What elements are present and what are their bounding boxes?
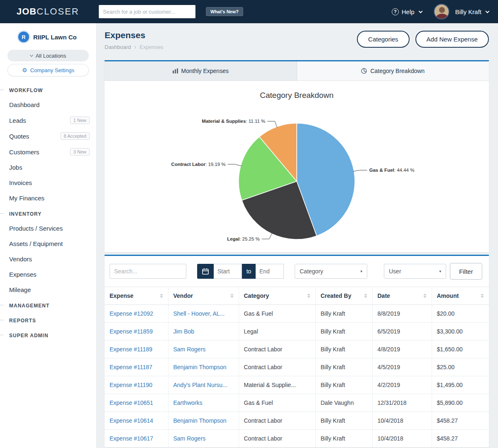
column-header-vendor[interactable]: Vendor	[168, 287, 239, 305]
sidebar-item-label: Jobs	[9, 164, 22, 171]
user-select[interactable]: User ▾	[384, 264, 446, 279]
sidebar-item-vendors[interactable]: Vendors	[0, 251, 96, 267]
vendor-link[interactable]: Benjamin Thompson	[173, 417, 227, 424]
sidebar-item-my-finances[interactable]: My Finances	[0, 190, 96, 206]
main-content: Expenses Dashboard › Expenses Categories…	[97, 23, 498, 448]
column-label: Category	[244, 292, 269, 299]
filter-button[interactable]: Filter	[450, 263, 482, 280]
chevron-down-icon	[486, 9, 490, 13]
vendor-link[interactable]: Sam Rogers	[173, 346, 206, 353]
cell-created_by: Billy Kraft	[315, 341, 372, 358]
sidebar-item-assets-equipment[interactable]: Assets / Equipment	[0, 236, 96, 251]
sidebar-item-badge: 8 Accepted	[61, 132, 90, 140]
expense-link[interactable]: Expense #10617	[110, 435, 153, 442]
cell-created_by: Billy Kraft	[315, 305, 372, 323]
app-logo[interactable]: JOBCLOSER	[17, 6, 79, 17]
column-header-expense[interactable]: Expense	[105, 287, 168, 305]
pie-label-contract-labor: Contract Labor: 19.19 %	[171, 162, 226, 167]
sidebar-item-products-services[interactable]: Products / Services	[0, 221, 96, 236]
column-label: Date	[378, 292, 390, 299]
expense-link[interactable]: Expense #11187	[110, 364, 152, 370]
expense-link[interactable]: Expense #11189	[110, 346, 152, 353]
column-header-created-by[interactable]: Created By	[315, 287, 372, 305]
navbar-right: ? Help Billy Kraft	[392, 0, 489, 23]
whats-new-button[interactable]: What's New?	[206, 7, 243, 16]
sidebar-item-leads[interactable]: Leads1 New	[0, 112, 96, 128]
sidebar-item-label: Assets / Equipment	[9, 240, 63, 247]
help-icon: ?	[392, 8, 399, 15]
sidebar-item-mileage[interactable]: Mileage	[0, 282, 96, 297]
category-select[interactable]: Category ▾	[295, 264, 367, 279]
sidebar-item-label: Mileage	[9, 286, 31, 293]
company-settings-button[interactable]: ⚙ Company Settings	[7, 64, 89, 76]
table-search-input[interactable]	[110, 264, 186, 279]
sidebar-section-reports[interactable]: REPORTS	[0, 312, 96, 327]
avatar-head	[439, 7, 445, 13]
end-date-input[interactable]	[256, 264, 284, 279]
sidebar-item-quotes[interactable]: Quotes8 Accepted	[0, 128, 96, 144]
cell-date: 10/4/2018	[372, 412, 432, 430]
sidebar-item-dashboard[interactable]: Dashboard	[0, 97, 96, 112]
cell-amount: $1,495.00	[432, 376, 489, 394]
cell-vendor: Sam Rogers	[168, 430, 239, 448]
user-avatar[interactable]	[434, 4, 449, 19]
page-header: Expenses Dashboard › Expenses Categories…	[105, 23, 489, 60]
cell-created_by: Dale Vaughn	[315, 394, 372, 412]
cell-category: Contract Labor	[239, 430, 315, 448]
sidebar-section-inventory[interactable]: INVENTORY	[0, 206, 96, 221]
column-header-category[interactable]: Category	[239, 287, 315, 305]
sidebar-item-expenses[interactable]: Expenses	[0, 267, 96, 282]
table-row: Expense #11190Andy's Plant Nursu...Mater…	[105, 376, 489, 394]
top-navbar: JOBCLOSER What's New? ? Help Billy Kraft	[0, 0, 498, 23]
vendor-link[interactable]: Earthworks	[173, 399, 203, 406]
help-label: Help	[402, 8, 415, 15]
vendor-link[interactable]: Sam Rogers	[173, 435, 206, 442]
cell-created_by: Billy Kraft	[315, 412, 372, 430]
calendar-button[interactable]	[197, 264, 214, 279]
vendor-link[interactable]: Benjamin Thompson	[173, 364, 227, 370]
cell-vendor: Benjamin Thompson	[168, 358, 239, 376]
column-header-amount[interactable]: Amount	[432, 287, 489, 305]
expense-link[interactable]: Expense #11859	[110, 328, 153, 335]
cell-expense: Expense #11189	[105, 341, 168, 358]
sidebar-section-super-admin[interactable]: SUPER ADMIN	[0, 327, 96, 342]
header-buttons: Categories Add New Expense	[357, 31, 489, 48]
global-search-input[interactable]	[98, 5, 196, 19]
tab-category-breakdown[interactable]: Category Breakdown	[297, 61, 489, 80]
add-new-expense-button[interactable]: Add New Expense	[415, 31, 489, 48]
cell-amount: $458.27	[432, 412, 489, 430]
table-row: Expense #11187Benjamin ThompsonContract …	[105, 358, 489, 376]
help-menu[interactable]: ? Help	[392, 8, 422, 15]
vendor-link[interactable]: Jim Bob	[173, 328, 195, 335]
tab-label: Monthly Expenses	[181, 68, 229, 74]
tab-monthly-expenses[interactable]: Monthly Expenses	[105, 61, 297, 80]
expense-link[interactable]: Expense #10614	[110, 417, 153, 424]
locations-dropdown[interactable]: All Locations	[7, 50, 89, 61]
breadcrumb-dashboard[interactable]: Dashboard	[105, 44, 131, 50]
sidebar-item-badge: 1 New	[70, 117, 90, 124]
sidebar-item-invoices[interactable]: Invoices	[0, 175, 96, 190]
categories-button[interactable]: Categories	[357, 31, 410, 48]
cell-category: Material & Supplie...	[239, 376, 315, 394]
user-menu[interactable]: Billy Kraft	[455, 8, 489, 15]
start-date-input[interactable]	[214, 264, 242, 279]
sidebar-item-label: Quotes	[9, 133, 29, 140]
sidebar-section-management[interactable]: MANAGEMENT	[0, 297, 96, 312]
cell-vendor: Sam Rogers	[168, 341, 239, 358]
vendor-link[interactable]: Andy's Plant Nursu...	[173, 382, 227, 388]
cell-category: Gas & Fuel	[239, 305, 315, 323]
chevron-down-icon	[29, 53, 33, 56]
expense-link[interactable]: Expense #10651	[110, 399, 153, 406]
sidebar-section-workflow[interactable]: WORKFLOW	[0, 82, 96, 97]
locations-label: All Locations	[36, 53, 66, 59]
vendor-link[interactable]: Shell - Hoover, AL...	[173, 310, 225, 317]
column-header-date[interactable]: Date	[372, 287, 432, 305]
sidebar-item-customers[interactable]: Customers3 New	[0, 144, 96, 160]
expense-link[interactable]: Expense #12092	[110, 310, 153, 317]
sort-icon	[481, 294, 484, 298]
pie-label-material-supplies: Material & Supplies: 11.11 %	[202, 119, 265, 124]
column-label: Amount	[437, 292, 459, 299]
sidebar-item-jobs[interactable]: Jobs	[0, 160, 96, 175]
expense-link[interactable]: Expense #11190	[110, 382, 152, 388]
pie-chart: Gas & Fuel: 44.44 %Legal: 25.25 %Contrac…	[105, 81, 489, 252]
